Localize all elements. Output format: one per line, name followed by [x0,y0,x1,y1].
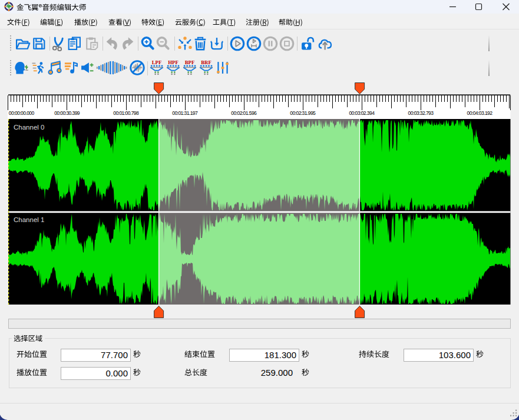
svg-text:Channel 0: Channel 0 [14,124,44,131]
svg-text:00:03:32.793: 00:03:32.793 [408,110,434,116]
svg-text:BRF: BRF [201,59,211,65]
svg-text:00:04:03.192: 00:04:03.192 [467,110,493,116]
svg-text:00:01:00.798: 00:01:00.798 [113,110,139,116]
svg-text:00:02:31.995: 00:02:31.995 [290,110,316,116]
svg-text:LPF: LPF [152,59,162,65]
svg-text:00:00:00.000: 00:00:00.000 [9,110,35,116]
svg-text:Channel 1: Channel 1 [14,216,44,223]
svg-text:00:02:01.596: 00:02:01.596 [231,110,257,116]
svg-text:00:00:30.399: 00:00:30.399 [54,110,80,116]
svg-text:00:03:02.394: 00:03:02.394 [349,110,375,116]
svg-text:HPF: HPF [168,59,178,65]
svg-text:BPF: BPF [185,59,195,65]
svg-text:00:01:31.197: 00:01:31.197 [172,110,198,116]
